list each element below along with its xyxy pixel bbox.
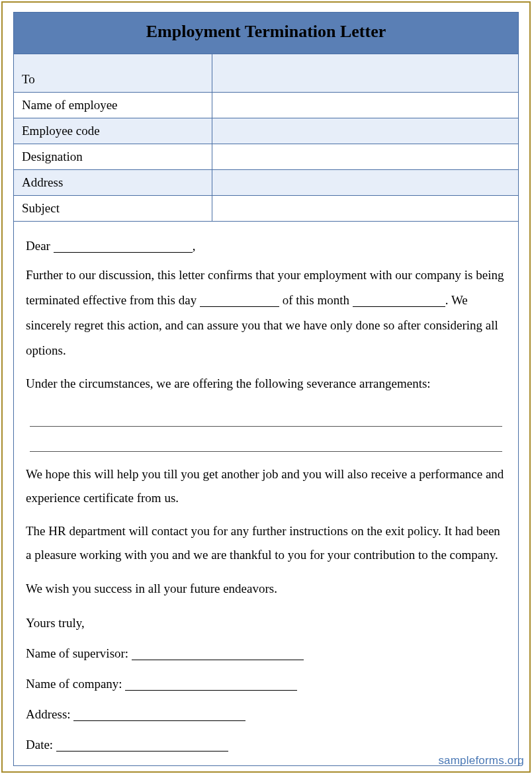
value-to[interactable] — [212, 54, 518, 92]
value-subject[interactable] — [212, 196, 518, 221]
letter-body: Dear , Further to our discussion, this l… — [14, 222, 518, 765]
blank-date[interactable] — [56, 739, 228, 752]
watermark-text: sampleforms.org — [438, 754, 524, 767]
paragraph-2: Under the circumstances, we are offering… — [26, 371, 506, 396]
value-name[interactable] — [212, 93, 518, 118]
form-container: Employment Termination Letter To Name of… — [13, 12, 519, 766]
supervisor-label: Name of supervisor: — [26, 646, 128, 660]
label-code: Employee code — [14, 118, 212, 144]
row-subject: Subject — [14, 196, 518, 222]
label-subject: Subject — [14, 196, 212, 221]
value-code[interactable] — [212, 118, 518, 144]
paragraph-3: We hope this will help you till you get … — [26, 462, 506, 510]
row-name: Name of employee — [14, 93, 518, 118]
value-designation[interactable] — [212, 144, 518, 169]
salutation-line: Dear , — [26, 234, 506, 259]
blank-supervisor[interactable] — [132, 648, 304, 660]
row-address: Address — [14, 170, 518, 196]
label-to: To — [14, 54, 212, 92]
blank-month[interactable] — [353, 294, 445, 307]
company-label: Name of company: — [26, 677, 122, 691]
value-address[interactable] — [212, 170, 518, 195]
company-line: Name of company: — [26, 671, 506, 697]
paragraph-1: Further to our discussion, this letter c… — [26, 263, 506, 363]
row-code: Employee code — [14, 118, 518, 144]
label-address: Address — [14, 170, 212, 195]
blank-address[interactable] — [73, 709, 245, 721]
blank-company[interactable] — [125, 678, 297, 691]
label-designation: Designation — [14, 144, 212, 169]
p1b: of this month — [283, 293, 349, 307]
severance-line-2[interactable] — [30, 433, 502, 452]
date-line: Date: — [26, 732, 506, 757]
dear-comma: , — [193, 239, 196, 253]
blank-day[interactable] — [200, 294, 279, 307]
label-name: Name of employee — [14, 93, 212, 118]
address-line: Address: — [26, 702, 506, 727]
paragraph-5: We wish you success in all your future e… — [26, 576, 506, 601]
address-label: Address: — [26, 707, 71, 721]
supervisor-line: Name of supervisor: — [26, 641, 506, 666]
closing: Yours truly, — [26, 611, 506, 636]
dear-text: Dear — [26, 239, 50, 253]
blank-recipient[interactable] — [54, 240, 193, 253]
row-designation: Designation — [14, 144, 518, 170]
row-to: To — [14, 54, 518, 93]
severance-line-1[interactable] — [30, 408, 502, 427]
form-title: Employment Termination Letter — [14, 13, 518, 54]
paragraph-4: The HR department will contact you for a… — [26, 519, 506, 567]
date-label: Date: — [26, 738, 53, 752]
